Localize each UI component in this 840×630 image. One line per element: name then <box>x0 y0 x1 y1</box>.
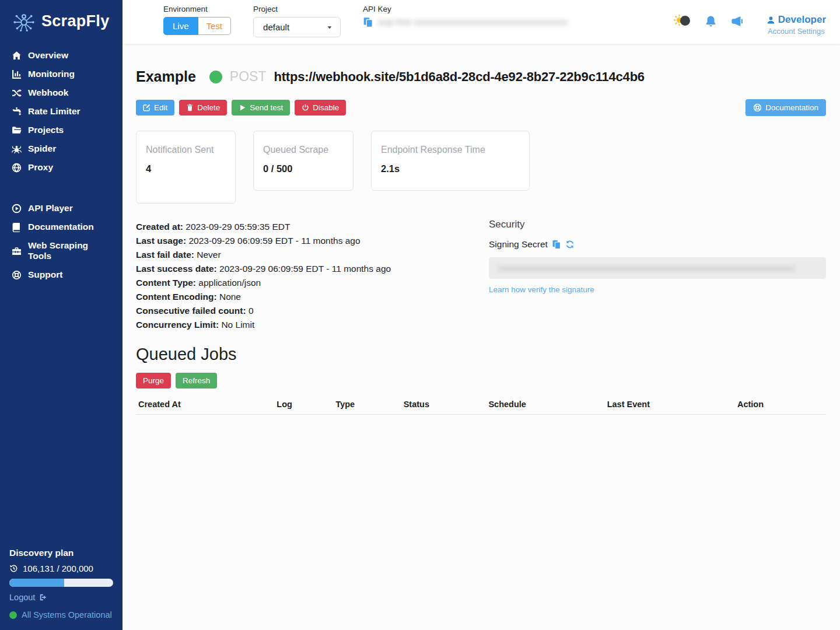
column-header-type: Type <box>335 400 403 409</box>
moon-icon <box>680 16 690 26</box>
column-header-action: Action <box>737 400 824 409</box>
purge-button[interactable]: Purge <box>136 373 171 388</box>
env-test-button[interactable]: Test <box>198 17 232 35</box>
logout-button[interactable]: Logout <box>9 593 113 602</box>
webhook-actions: Edit Delete Send test Disable Documentat… <box>136 99 826 116</box>
spider-icon <box>12 144 22 154</box>
edit-button-label: Edit <box>154 103 167 112</box>
sidebar-item-label: Proxy <box>28 162 53 173</box>
stat-value: 0 / 500 <box>263 163 344 174</box>
env-live-button[interactable]: Live <box>163 17 198 35</box>
system-status[interactable]: All Systems Operational <box>9 610 113 620</box>
megaphone-icon[interactable] <box>731 15 743 27</box>
history-icon <box>9 564 18 573</box>
disable-button-label: Disable <box>313 103 339 112</box>
detail-content-type: Content Type: application/json <box>136 276 489 290</box>
theme-toggle[interactable] <box>673 14 691 28</box>
detail-consecutive-failed-count: Consecutive failed count: 0 <box>136 304 489 318</box>
detail-last-usage: Last usage: 2023-09-29 06:09:59 EDT - 11… <box>136 234 489 248</box>
detail-concurrency-limit: Concurrency Limit: No Limit <box>136 318 489 332</box>
sidebar-item-label: Monitoring <box>28 69 75 79</box>
environment-label: Environment <box>163 5 231 13</box>
refresh-button[interactable]: Refresh <box>176 373 217 388</box>
project-select[interactable]: default <box>253 17 341 37</box>
verify-signature-link[interactable]: Learn how verify the signature <box>489 285 594 294</box>
detail-created-at: Created at: 2023-09-29 05:59:35 EDT <box>136 220 489 234</box>
sidebar-item-label: Projects <box>28 125 64 135</box>
toolbox-icon <box>12 246 22 256</box>
sidebar: ScrapFly OverviewMonitoringWebhookRate L… <box>0 0 123 630</box>
globe-icon <box>12 163 22 173</box>
account-settings-link[interactable]: Account Settings <box>766 27 826 36</box>
user-menu[interactable]: Developer Account Settings <box>766 14 826 36</box>
webhook-url: https://webhook.site/5b1d6a8d-28cd-4e92-… <box>274 69 644 85</box>
sidebar-item-proxy[interactable]: Proxy <box>0 158 123 177</box>
stats-row: Notification Sent4Queued Scrape0 / 500En… <box>136 131 826 204</box>
spider-logo-icon <box>12 9 36 33</box>
environment-group: Environment Live Test <box>163 5 231 35</box>
copy-icon[interactable] <box>552 240 561 249</box>
delete-button[interactable]: Delete <box>179 100 227 116</box>
plan-usage-progress-fill <box>9 579 64 587</box>
api-key-label: API Key <box>363 5 568 13</box>
home-icon <box>12 51 22 61</box>
sidebar-item-webhook[interactable]: Webhook <box>0 83 123 102</box>
pencil-square-icon <box>143 104 150 111</box>
documentation-button[interactable]: Documentation <box>746 99 826 116</box>
sidebar-item-support[interactable]: Support <box>0 265 123 284</box>
send-test-button-label: Send test <box>250 103 283 112</box>
sidebar-item-spider[interactable]: Spider <box>0 139 123 158</box>
stat-label: Endpoint Response Time <box>381 144 520 156</box>
status-dot <box>9 611 17 619</box>
stat-card-endpoint-response-time: Endpoint Response Time2.1s <box>371 131 530 191</box>
life-ring-icon <box>753 103 762 112</box>
app-logo[interactable]: ScrapFly <box>0 0 123 43</box>
sidebar-item-api-player[interactable]: API Player <box>0 199 123 218</box>
sidebar-item-projects[interactable]: Projects <box>0 121 123 139</box>
topbar: Environment Live Test Project default AP… <box>123 0 840 44</box>
shuffle-icon <box>12 88 22 98</box>
bell-icon[interactable] <box>705 15 717 27</box>
main-content: Example POST https://webhook.site/5b1d6a… <box>123 44 840 630</box>
column-header-log: Log <box>276 400 335 409</box>
chart-icon <box>12 69 22 79</box>
sidebar-item-monitoring[interactable]: Monitoring <box>0 65 123 83</box>
column-header-created-at: Created At <box>138 400 276 409</box>
faucet-icon <box>12 107 22 117</box>
sidebar-item-label: Spider <box>28 144 56 154</box>
plan-name: Discovery plan <box>9 548 113 558</box>
sidebar-item-label: Support <box>28 270 62 280</box>
webhook-details: Created at: 2023-09-29 05:59:35 EDTLast … <box>136 219 489 332</box>
security-title: Security <box>489 219 826 230</box>
caret-down-icon <box>326 24 333 31</box>
logout-icon <box>39 593 47 601</box>
copy-icon[interactable] <box>363 17 373 27</box>
sidebar-item-rate-limiter[interactable]: Rate Limiter <box>0 102 123 121</box>
folder-icon <box>12 125 22 135</box>
sidebar-item-label: Web Scraping Tools <box>28 240 111 261</box>
logout-label: Logout <box>9 593 35 602</box>
documentation-button-label: Documentation <box>765 103 818 112</box>
detail-last-fail-date: Last fail date: Never <box>136 248 489 262</box>
stat-card-notification-sent: Notification Sent4 <box>136 131 236 204</box>
sidebar-item-documentation[interactable]: Documentation <box>0 218 123 236</box>
webhook-name: Example <box>136 68 196 85</box>
disable-button[interactable]: Disable <box>295 100 346 116</box>
edit-button[interactable]: Edit <box>136 100 174 116</box>
sidebar-item-label: Overview <box>28 50 68 61</box>
sidebar-plan-section: Discovery plan 106,131 / 200,000 Logout … <box>0 540 123 630</box>
sidebar-item-web-scraping-tools[interactable]: Web Scraping Tools <box>0 236 123 265</box>
stat-card-queued-scrape: Queued Scrape0 / 500 <box>253 131 354 191</box>
app-name: ScrapFly <box>41 12 109 30</box>
sidebar-nav-primary: OverviewMonitoringWebhookRate LimiterPro… <box>0 43 123 177</box>
detail-content-encoding: Content Encoding: None <box>136 290 489 304</box>
sidebar-item-overview[interactable]: Overview <box>0 46 123 65</box>
api-key-group: API Key scp-live-xxxxxxxxxxxxxxxxxxxxxxx… <box>363 5 568 27</box>
stat-label: Notification Sent <box>146 144 226 156</box>
stat-value: 2.1s <box>381 163 520 174</box>
stat-label: Queued Scrape <box>263 144 344 156</box>
refresh-icon[interactable] <box>565 240 575 249</box>
webhook-title-row: Example POST https://webhook.site/5b1d6a… <box>136 68 826 85</box>
project-selected-value: default <box>263 22 289 32</box>
send-test-button[interactable]: Send test <box>232 100 290 116</box>
